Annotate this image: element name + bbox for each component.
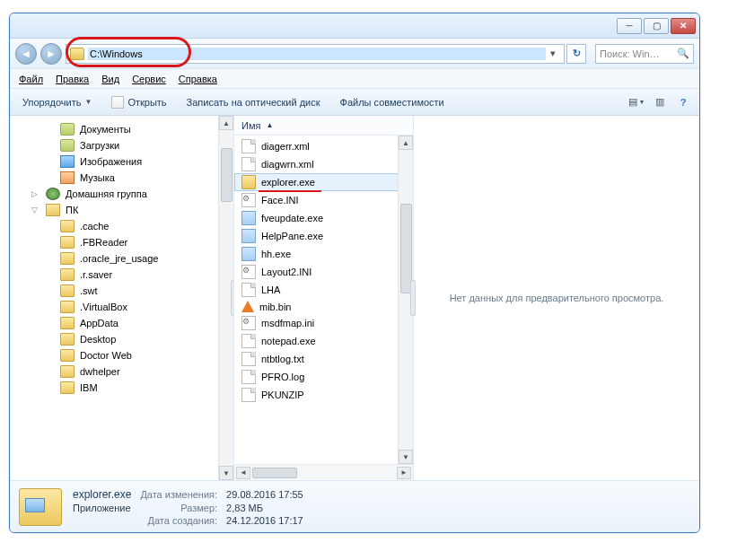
scroll-left[interactable]: ◄	[236, 467, 250, 479]
tree-item[interactable]: AppData	[10, 315, 233, 331]
close-button[interactable]: ✕	[671, 18, 696, 34]
expand-icon[interactable]: ▷	[31, 189, 40, 198]
forward-button[interactable]: ►	[40, 43, 62, 65]
address-bar[interactable]: ▾	[66, 44, 565, 64]
file-label: PFRO.log	[261, 372, 304, 382]
tree-item[interactable]: .FBReader	[10, 234, 233, 250]
scroll-down[interactable]: ▼	[219, 466, 233, 480]
expand-icon[interactable]: ▽	[31, 206, 40, 214]
organize-button[interactable]: Упорядочить▼	[17, 95, 97, 109]
file-icon	[241, 211, 256, 225]
menu-help[interactable]: Справка	[179, 74, 217, 84]
navigation-tree[interactable]: ДокументыЗагрузкиИзображенияМузыка▷Домаш…	[10, 116, 234, 480]
file-label: msdfmap.ini	[261, 318, 314, 328]
filelist-resizer[interactable]	[410, 280, 416, 316]
pc-icon	[46, 204, 60, 216]
file-item[interactable]: Face.INI	[234, 191, 413, 209]
file-item[interactable]: mib.bin	[234, 299, 413, 314]
tree-item[interactable]: Документы	[10, 121, 233, 137]
tree-item[interactable]: .oracle_jre_usage	[10, 250, 233, 267]
tree-item[interactable]: .cache	[10, 218, 233, 234]
file-icon	[241, 247, 256, 261]
file-item[interactable]: Layout2.INI	[234, 263, 413, 281]
file-item[interactable]: diagerr.xml	[234, 137, 413, 155]
file-hscrollbar[interactable]: ◄ ►	[234, 464, 413, 480]
preview-pane-button[interactable]: ▥	[651, 94, 669, 110]
file-label: explorer.exe	[261, 177, 315, 188]
tree-item[interactable]: Музыка	[10, 170, 233, 186]
file-item[interactable]: diagwrn.xml	[234, 155, 413, 173]
file-item[interactable]: fveupdate.exe	[234, 209, 413, 227]
scroll-down[interactable]: ▼	[399, 450, 413, 464]
scroll-thumb[interactable]	[221, 148, 233, 202]
preview-pane: Нет данных для предварительного просмотр…	[414, 116, 699, 480]
file-label: ntbtlog.txt	[261, 354, 304, 364]
tree-item[interactable]: .r.saver	[10, 267, 233, 283]
tree-item[interactable]: .VirtualBox	[10, 299, 233, 315]
compat-button[interactable]: Файлы совместимости	[335, 95, 450, 109]
file-icon	[241, 316, 256, 330]
refresh-button[interactable]: ↻	[566, 44, 586, 64]
maximize-button[interactable]: ▢	[644, 18, 669, 34]
menu-edit[interactable]: Правка	[56, 74, 89, 84]
menu-file[interactable]: Файл	[19, 74, 43, 84]
tree-item[interactable]: .swt	[10, 283, 233, 299]
tree-item-label: Doctor Web	[80, 350, 132, 361]
tree-item[interactable]: ▷Домашняя группа	[10, 186, 233, 202]
scroll-up[interactable]: ▲	[399, 136, 413, 150]
column-header-name[interactable]: Имя▲	[234, 116, 413, 136]
back-button[interactable]: ◄	[15, 43, 37, 65]
address-dropdown[interactable]: ▾	[546, 48, 560, 59]
app-icon	[241, 175, 256, 189]
hg-icon	[46, 188, 60, 200]
details-created-label: Дата создания:	[140, 515, 217, 526]
tree-item[interactable]: Загрузки	[10, 137, 233, 153]
file-item[interactable]: explorer.exe	[234, 173, 413, 191]
tree-item[interactable]: ▽ПК	[10, 202, 233, 218]
file-list-column: Имя▲ diagerr.xmldiagwrn.xmlexplorer.exeF…	[234, 116, 414, 480]
scroll-right[interactable]: ►	[397, 467, 411, 479]
file-icon	[241, 193, 256, 207]
tree-item[interactable]: Doctor Web	[10, 347, 233, 363]
file-list[interactable]: diagerr.xmldiagwrn.xmlexplorer.exeFace.I…	[234, 136, 413, 464]
burn-button[interactable]: Записать на оптический диск	[181, 95, 326, 109]
lib-icon	[60, 123, 75, 136]
folder-icon	[60, 268, 75, 281]
open-button[interactable]: Открыть	[106, 94, 171, 110]
tree-item[interactable]: IBM	[10, 380, 233, 396]
view-mode-button[interactable]: ▤▼	[627, 94, 645, 110]
titlebar: ─ ▢ ✕	[10, 13, 699, 39]
file-item[interactable]: HelpPane.exe	[234, 227, 413, 245]
file-icon	[241, 334, 256, 348]
tree-item-label: Музыка	[80, 172, 115, 183]
tree-item[interactable]: dwhelper	[10, 363, 233, 380]
scroll-up[interactable]: ▲	[219, 116, 233, 130]
tree-item[interactable]: Изображения	[10, 153, 233, 170]
minimize-button[interactable]: ─	[617, 18, 642, 34]
hscroll-thumb[interactable]	[252, 468, 297, 478]
file-item[interactable]: msdfmap.ini	[234, 314, 413, 332]
file-item[interactable]: hh.exe	[234, 245, 413, 263]
file-label: PKUNZIP	[261, 389, 304, 400]
menu-tools[interactable]: Сервис	[132, 74, 166, 84]
img-i-icon	[60, 155, 75, 168]
file-item[interactable]: PKUNZIP	[234, 386, 413, 404]
tree-item[interactable]: Desktop	[10, 331, 233, 347]
file-item[interactable]: LHA	[234, 281, 413, 299]
file-item[interactable]: notepad.exe	[234, 332, 413, 350]
menu-view[interactable]: Вид	[101, 74, 119, 84]
help-button[interactable]: ?	[674, 94, 692, 110]
tree-item-label: Домашняя группа	[66, 188, 147, 199]
page-icon	[111, 96, 124, 109]
tree-item-label: .cache	[80, 221, 109, 232]
address-input[interactable]	[88, 48, 546, 60]
lib-icon	[60, 139, 75, 152]
search-box[interactable]: Поиск: Win… 🔍	[595, 44, 694, 64]
tree-item-label: ПК	[66, 205, 78, 215]
tree-item-label: .oracle_jre_usage	[80, 253, 158, 264]
file-item[interactable]: ntbtlog.txt	[234, 350, 413, 368]
file-label: diagerr.xml	[261, 141, 310, 152]
file-label: diagwrn.xml	[261, 159, 314, 170]
details-size: 2,83 МБ	[226, 503, 303, 513]
file-item[interactable]: PFRO.log	[234, 368, 413, 386]
